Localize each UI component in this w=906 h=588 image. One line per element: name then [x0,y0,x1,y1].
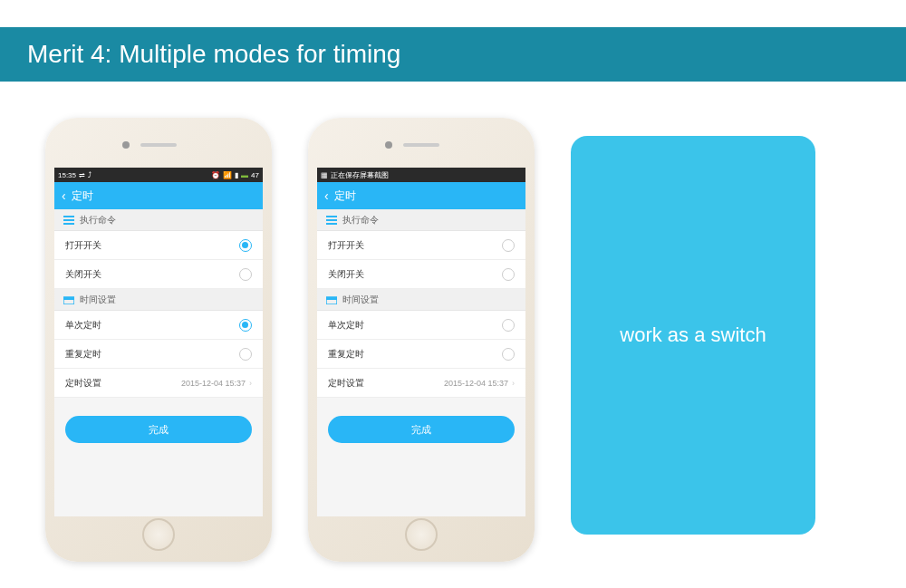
alarm-icon: ⏰ [211,171,220,179]
phone-mockup-1: 15:35 ⇌ ⤴ ⏰ 📶 ▮ ▬ 47 ‹ 定时 执行命令 [45,118,272,562]
radio-selected-icon[interactable] [239,239,252,252]
section-execute-command: 执行命令 [54,209,263,231]
app-header[interactable]: ‹ 定时 [54,182,263,209]
image-icon: ▦ [321,171,328,179]
header-title: Merit 4: Multiple modes for timing [27,40,400,69]
list-icon [63,216,74,225]
section-time-settings: 时间设置 [54,289,263,311]
option-repeat-timer[interactable]: 重复定时 [317,340,525,369]
option-label: 关闭开关 [65,268,101,281]
section-label: 时间设置 [80,294,116,306]
svg-rect-6 [326,219,337,221]
status-right: ⏰ 📶 ▮ ▬ 47 [211,171,259,179]
radio-selected-icon[interactable] [239,319,252,332]
app-header[interactable]: ‹ 定时 [317,182,525,209]
phone-camera [385,141,392,149]
header-band: Merit 4: Multiple modes for timing [0,27,906,82]
svg-rect-4 [63,297,74,300]
option-repeat-timer[interactable]: 重复定时 [54,340,263,369]
option-close-switch[interactable]: 关闭开关 [54,260,263,289]
done-button[interactable]: 完成 [328,416,515,443]
option-timer-setting[interactable]: 定时设置 2015-12-04 15:37 › [317,369,525,398]
svg-rect-2 [63,223,74,225]
battery-text: 47 [251,171,259,179]
option-label: 打开开关 [328,239,364,252]
content-row: 15:35 ⇌ ⤴ ⏰ 📶 ▮ ▬ 47 ‹ 定时 执行命令 [0,82,906,588]
chevron-right-icon: › [249,379,252,388]
status-bar: 15:35 ⇌ ⤴ ⏰ 📶 ▮ ▬ 47 [54,168,263,182]
option-label: 打开开关 [65,239,101,252]
radio-icon[interactable] [502,348,515,361]
chevron-right-icon: › [512,379,515,388]
back-icon[interactable]: ‹ [324,188,329,203]
svg-rect-5 [326,216,337,217]
switch-card: work as a switch [571,136,815,535]
time-text: 15:35 [58,171,76,179]
battery-icon: ▬ [241,171,248,179]
svg-rect-0 [63,216,74,217]
option-single-timer[interactable]: 单次定时 [54,311,263,340]
phone-screen-2: ▦ 正在保存屏幕截图 ‹ 定时 执行命令 打开开关 关闭开关 [317,168,525,516]
calendar-icon [326,295,337,304]
svg-rect-7 [326,223,337,225]
option-open-switch[interactable]: 打开开关 [54,231,263,260]
list-icon [326,216,337,225]
phone-speaker [403,143,439,147]
option-label: 定时设置 [328,377,364,390]
app-title: 定时 [334,188,356,204]
share-icon: ⤴ [88,171,92,179]
done-label: 完成 [411,423,431,437]
phone-screen-1: 15:35 ⇌ ⤴ ⏰ 📶 ▮ ▬ 47 ‹ 定时 执行命令 [54,168,263,516]
option-label: 关闭开关 [328,268,364,281]
section-label: 时间设置 [342,294,379,306]
phone-speaker [140,143,177,147]
section-time-settings: 时间设置 [317,289,525,311]
option-open-switch[interactable]: 打开开关 [317,231,525,260]
status-left: ▦ 正在保存屏幕截图 [321,170,389,180]
time-value: 2015-12-04 15:37 [444,379,508,388]
item-right: 2015-12-04 15:37 › [181,379,252,388]
radio-icon[interactable] [239,268,252,281]
section-label: 执行命令 [80,214,116,227]
option-label: 重复定时 [65,348,101,361]
time-value: 2015-12-04 15:37 [181,379,246,388]
wifi-icon: 📶 [223,171,232,179]
section-execute-command: 执行命令 [317,209,525,231]
option-close-switch[interactable]: 关闭开关 [317,260,525,289]
signal-icon: ▮ [235,171,238,179]
back-icon[interactable]: ‹ [62,188,66,203]
svg-rect-1 [63,219,74,221]
option-timer-setting[interactable]: 定时设置 2015-12-04 15:37 › [54,369,263,398]
app-title: 定时 [72,188,93,204]
radio-icon[interactable] [239,348,252,361]
done-label: 完成 [149,423,169,437]
done-button[interactable]: 完成 [65,416,252,443]
status-bar: ▦ 正在保存屏幕截图 [317,168,525,182]
radio-icon[interactable] [502,319,515,332]
option-single-timer[interactable]: 单次定时 [317,311,525,340]
radio-icon[interactable] [502,268,515,281]
option-label: 重复定时 [328,348,364,361]
phone-camera [122,141,130,149]
home-button[interactable] [405,518,438,551]
radio-icon[interactable] [502,239,515,252]
home-button[interactable] [142,518,175,551]
option-label: 单次定时 [328,319,364,332]
phone-mockup-2: ▦ 正在保存屏幕截图 ‹ 定时 执行命令 打开开关 关闭开关 [308,118,535,562]
option-label: 单次定时 [65,319,101,332]
option-label: 定时设置 [65,377,101,390]
switch-card-text: work as a switch [620,323,766,347]
status-left: 15:35 ⇌ ⤴ [58,171,92,179]
status-text: 正在保存屏幕截图 [331,170,389,180]
item-right: 2015-12-04 15:37 › [444,379,515,388]
svg-rect-9 [326,297,337,300]
section-label: 执行命令 [342,214,379,227]
calendar-icon [63,295,74,304]
usb-icon: ⇌ [79,171,85,179]
